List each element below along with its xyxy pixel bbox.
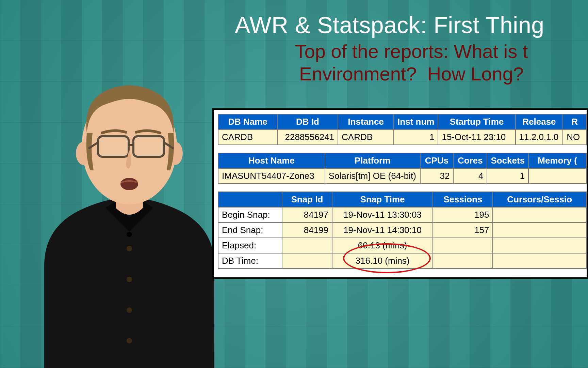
cell-inst-num: 1 bbox=[394, 129, 438, 145]
cell-snap-time: 19-Nov-11 14:30:10 bbox=[332, 223, 433, 238]
table-header-row: DB Name DB Id Instance Inst num Startup … bbox=[218, 114, 586, 129]
col-cores: Cores bbox=[453, 153, 487, 168]
col-cursors: Cursors/Sessio bbox=[493, 192, 586, 207]
cell-snap-time-dbtime: 316.10 (mins) bbox=[332, 253, 433, 269]
col-snap-time: Snap Time bbox=[332, 192, 433, 207]
cell-snap-time: 19-Nov-11 13:30:03 bbox=[332, 207, 433, 223]
col-db-name: DB Name bbox=[218, 114, 277, 129]
col-cpus: CPUs bbox=[420, 153, 454, 168]
cell-sessions: 157 bbox=[433, 223, 493, 238]
table-row: Elapsed: 60.13 (mins) bbox=[218, 238, 586, 253]
cell-snap-id: 84197 bbox=[282, 207, 332, 223]
snapshot-table: Snap Id Snap Time Sessions Cursors/Sessi… bbox=[218, 191, 587, 269]
host-table: Host Name Platform CPUs Cores Sockets Me… bbox=[218, 153, 587, 184]
row-label: DB Time: bbox=[218, 253, 282, 269]
slide-title: AWR & Statspack: First Thing bbox=[235, 12, 588, 38]
cell-cursors bbox=[493, 207, 586, 223]
cell-cores: 4 bbox=[453, 168, 487, 184]
col-release: Release bbox=[516, 114, 563, 129]
cell-platform: Solaris[tm] OE (64-bit) bbox=[325, 168, 420, 184]
cell-host-name: IMASUNT54407-Zone3 bbox=[218, 168, 325, 184]
cell-snap-id: 84199 bbox=[282, 223, 332, 238]
row-label: Elapsed: bbox=[218, 238, 282, 253]
row-label: Begin Snap: bbox=[218, 207, 282, 223]
col-db-id: DB Id bbox=[277, 114, 338, 129]
col-memory: Memory ( bbox=[528, 153, 586, 168]
cell-sockets: 1 bbox=[487, 168, 528, 184]
cell-release: 11.2.0.1.0 bbox=[516, 129, 563, 145]
cell-sessions bbox=[433, 253, 493, 269]
col-host-name: Host Name bbox=[218, 153, 325, 168]
col-instance: Instance bbox=[338, 114, 394, 129]
cell-rac: NO bbox=[563, 129, 586, 145]
col-platform: Platform bbox=[325, 153, 420, 168]
table-row: DB Time: 316.10 (mins) bbox=[218, 253, 586, 269]
cell-snap-time-elapsed: 60.13 (mins) bbox=[332, 238, 433, 253]
col-sessions: Sessions bbox=[433, 192, 493, 207]
table-header-row: Host Name Platform CPUs Cores Sockets Me… bbox=[218, 153, 586, 168]
awr-report-panel: DB Name DB Id Instance Inst num Startup … bbox=[212, 108, 588, 279]
cell-snap-id bbox=[282, 238, 332, 253]
row-label: End Snap: bbox=[218, 223, 282, 238]
col-blank bbox=[218, 192, 282, 207]
cell-db-name: CARDB bbox=[218, 129, 277, 145]
db-instance-table: DB Name DB Id Instance Inst num Startup … bbox=[218, 114, 587, 145]
table-header-row: Snap Id Snap Time Sessions Cursors/Sessi… bbox=[218, 192, 586, 207]
cell-startup-time: 15-Oct-11 23:10 bbox=[438, 129, 515, 145]
cell-cpus: 32 bbox=[420, 168, 454, 184]
table-row: End Snap: 84199 19-Nov-11 14:30:10 157 bbox=[218, 223, 586, 238]
cell-snap-id bbox=[282, 253, 332, 269]
cell-cursors bbox=[493, 253, 586, 269]
table-row: Begin Snap: 84197 19-Nov-11 13:30:03 195 bbox=[218, 207, 586, 223]
cell-cursors bbox=[493, 238, 586, 253]
cell-db-id: 2288556241 bbox=[277, 129, 338, 145]
col-startup-time: Startup Time bbox=[438, 114, 515, 129]
table-row: CARDB 2288556241 CARDB 1 15-Oct-11 23:10… bbox=[218, 129, 586, 145]
cell-cursors bbox=[493, 223, 586, 238]
table-row: IMASUNT54407-Zone3 Solaris[tm] OE (64-bi… bbox=[218, 168, 586, 184]
cell-memory bbox=[528, 168, 586, 184]
cell-instance: CARDB bbox=[338, 129, 394, 145]
slide-subtitle: Top of the reports: What is t Environmen… bbox=[235, 40, 588, 85]
col-rac: R bbox=[563, 114, 586, 129]
col-sockets: Sockets bbox=[487, 153, 528, 168]
cell-sessions: 195 bbox=[433, 207, 493, 223]
col-snap-id: Snap Id bbox=[282, 192, 332, 207]
col-inst-num: Inst num bbox=[394, 114, 438, 129]
cell-sessions bbox=[433, 238, 493, 253]
